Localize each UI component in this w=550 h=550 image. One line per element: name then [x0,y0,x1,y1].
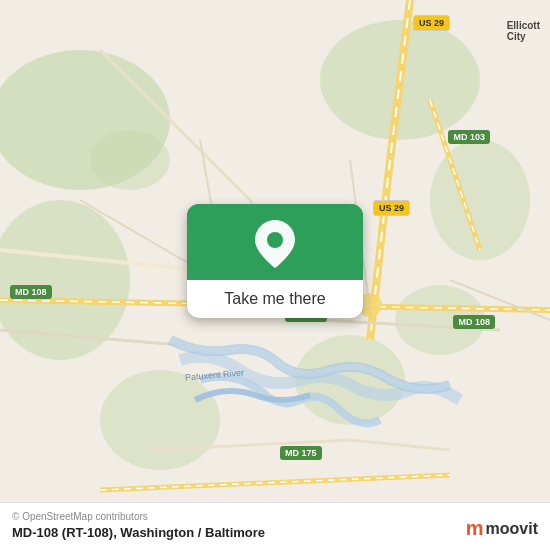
button-label: Take me there [224,290,325,307]
city-label-ellicott: EllicottCity [507,20,540,42]
moovit-logo: m moovit [466,517,538,540]
road-label-md103: MD 103 [448,130,490,144]
road-label-us29-mid: US 29 [373,200,410,216]
svg-point-5 [430,140,530,260]
road-label-md175: MD 175 [280,446,322,460]
road-label-md108-left: MD 108 [10,285,52,299]
svg-point-34 [267,232,283,248]
svg-point-3 [100,370,220,470]
copyright-text: © OpenStreetMap contributors [12,511,538,522]
moovit-brand: moovit [486,520,538,538]
location-pin-icon [255,220,295,268]
road-label-us29-top: US 29 [413,15,450,31]
pin-area [187,204,363,280]
moovit-icon: m [466,517,484,540]
bottom-bar: © OpenStreetMap contributors MD-108 (RT-… [0,502,550,550]
map-container: US 29 US 29 MD 103 MD 108 MD 108 MD 108 … [0,0,550,550]
button-text-area: Take me there [187,280,363,318]
take-me-there-button[interactable]: Take me there [187,204,363,318]
road-label-md108-right: MD 108 [453,315,495,329]
location-title: MD-108 (RT-108), Washington / Baltimore [12,525,538,540]
svg-point-7 [90,130,170,190]
